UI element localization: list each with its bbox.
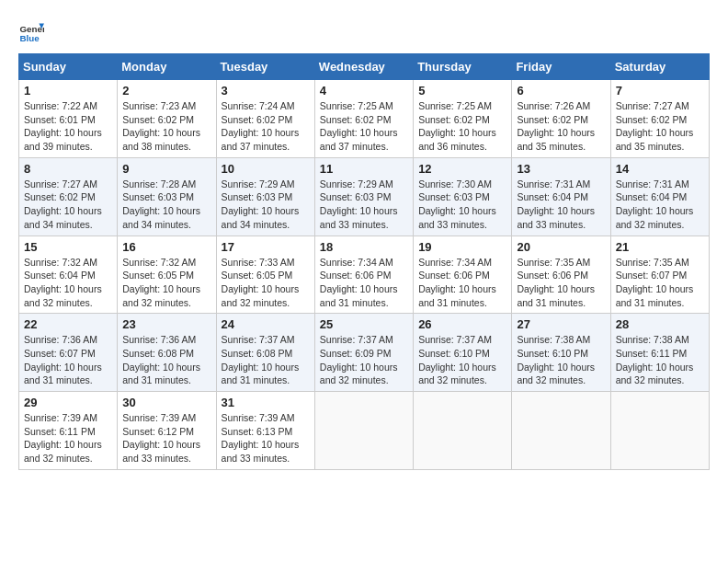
calendar-cell: 21Sunrise: 7:35 AMSunset: 6:07 PMDayligh… [610,236,709,314]
day-info: Sunrise: 7:39 AMSunset: 6:12 PMDaylight:… [122,411,210,465]
day-number: 12 [418,162,506,176]
day-info: Sunrise: 7:35 AMSunset: 6:06 PMDaylight:… [517,256,605,310]
calendar-cell: 14Sunrise: 7:31 AMSunset: 6:04 PMDayligh… [610,157,709,236]
calendar-cell: 7Sunrise: 7:27 AMSunset: 6:02 PMDaylight… [610,80,709,158]
calendar-cell: 30Sunrise: 7:39 AMSunset: 6:12 PMDayligh… [118,392,216,470]
calendar-cell: 13Sunrise: 7:31 AMSunset: 6:04 PMDayligh… [512,157,610,236]
day-info: Sunrise: 7:27 AMSunset: 6:02 PMDaylight:… [616,99,704,154]
day-number: 17 [222,240,310,254]
calendar-cell: 1Sunrise: 7:22 AMSunset: 6:01 PMDaylight… [19,80,118,158]
day-info: Sunrise: 7:32 AMSunset: 6:04 PMDaylight:… [24,256,112,310]
calendar-cell: 10Sunrise: 7:29 AMSunset: 6:03 PMDayligh… [216,157,314,236]
header-day-sunday: Sunday [19,54,118,80]
day-number: 3 [222,84,310,98]
day-info: Sunrise: 7:35 AMSunset: 6:07 PMDaylight:… [616,256,704,310]
day-number: 26 [418,317,506,331]
day-info: Sunrise: 7:38 AMSunset: 6:10 PMDaylight:… [517,333,605,387]
calendar-table: SundayMondayTuesdayWednesdayThursdayFrid… [18,53,710,470]
day-info: Sunrise: 7:26 AMSunset: 6:02 PMDaylight:… [517,99,605,154]
day-info: Sunrise: 7:24 AMSunset: 6:02 PMDaylight:… [222,99,310,154]
week-row-3: 15Sunrise: 7:32 AMSunset: 6:04 PMDayligh… [19,236,710,314]
week-row-5: 29Sunrise: 7:39 AMSunset: 6:11 PMDayligh… [19,392,710,470]
calendar-cell: 26Sunrise: 7:37 AMSunset: 6:10 PMDayligh… [414,314,512,392]
day-number: 25 [320,317,408,331]
day-number: 19 [418,240,506,254]
header-day-saturday: Saturday [610,54,709,80]
calendar-cell: 22Sunrise: 7:36 AMSunset: 6:07 PMDayligh… [19,314,118,392]
calendar-cell: 18Sunrise: 7:34 AMSunset: 6:06 PMDayligh… [314,236,413,314]
calendar-cell: 23Sunrise: 7:36 AMSunset: 6:08 PMDayligh… [118,314,216,392]
day-number: 15 [24,240,112,254]
day-number: 7 [616,84,704,98]
calendar-cell: 5Sunrise: 7:25 AMSunset: 6:02 PMDaylight… [414,80,512,158]
logo: General Blue [18,18,48,44]
calendar-cell: 29Sunrise: 7:39 AMSunset: 6:11 PMDayligh… [19,392,118,470]
svg-text:Blue: Blue [19,33,40,43]
calendar-cell: 27Sunrise: 7:38 AMSunset: 6:10 PMDayligh… [512,314,610,392]
day-number: 27 [517,317,605,331]
calendar-cell: 25Sunrise: 7:37 AMSunset: 6:09 PMDayligh… [314,314,413,392]
day-number: 30 [122,396,210,409]
calendar-cell: 31Sunrise: 7:39 AMSunset: 6:13 PMDayligh… [216,392,314,470]
week-row-1: 1Sunrise: 7:22 AMSunset: 6:01 PMDaylight… [19,80,710,158]
calendar-cell: 17Sunrise: 7:33 AMSunset: 6:05 PMDayligh… [216,236,314,314]
day-info: Sunrise: 7:39 AMSunset: 6:13 PMDaylight:… [222,411,310,465]
day-number: 23 [122,317,210,331]
day-number: 8 [24,162,112,176]
day-number: 1 [24,84,112,98]
calendar-cell: 15Sunrise: 7:32 AMSunset: 6:04 PMDayligh… [19,236,118,314]
day-info: Sunrise: 7:30 AMSunset: 6:03 PMDaylight:… [418,178,506,232]
header-day-monday: Monday [118,54,216,80]
day-info: Sunrise: 7:32 AMSunset: 6:05 PMDaylight:… [122,256,210,310]
day-number: 24 [222,317,310,331]
day-number: 14 [616,162,704,176]
day-number: 5 [418,84,506,98]
week-row-2: 8Sunrise: 7:27 AMSunset: 6:02 PMDaylight… [19,157,710,236]
calendar-cell: 28Sunrise: 7:38 AMSunset: 6:11 PMDayligh… [610,314,709,392]
day-number: 29 [24,396,112,409]
day-info: Sunrise: 7:27 AMSunset: 6:02 PMDaylight:… [24,178,112,232]
day-info: Sunrise: 7:36 AMSunset: 6:07 PMDaylight:… [24,333,112,387]
calendar-cell: 6Sunrise: 7:26 AMSunset: 6:02 PMDaylight… [512,80,610,158]
page-container: General Blue SundayMondayTuesdayWednesda… [18,18,710,470]
week-row-4: 22Sunrise: 7:36 AMSunset: 6:07 PMDayligh… [19,314,710,392]
header-day-wednesday: Wednesday [314,54,413,80]
day-info: Sunrise: 7:36 AMSunset: 6:08 PMDaylight:… [122,333,210,387]
day-info: Sunrise: 7:34 AMSunset: 6:06 PMDaylight:… [418,256,506,310]
day-number: 20 [517,240,605,254]
day-number: 11 [320,162,408,176]
logo-icon: General Blue [18,18,44,44]
day-info: Sunrise: 7:29 AMSunset: 6:03 PMDaylight:… [320,178,408,232]
day-info: Sunrise: 7:31 AMSunset: 6:04 PMDaylight:… [616,178,704,232]
calendar-cell: 24Sunrise: 7:37 AMSunset: 6:08 PMDayligh… [216,314,314,392]
day-number: 22 [24,317,112,331]
day-info: Sunrise: 7:38 AMSunset: 6:11 PMDaylight:… [616,333,704,387]
calendar-cell: 20Sunrise: 7:35 AMSunset: 6:06 PMDayligh… [512,236,610,314]
calendar-cell: 16Sunrise: 7:32 AMSunset: 6:05 PMDayligh… [118,236,216,314]
header-day-friday: Friday [512,54,610,80]
day-number: 2 [122,84,210,98]
day-info: Sunrise: 7:23 AMSunset: 6:02 PMDaylight:… [122,99,210,154]
day-info: Sunrise: 7:22 AMSunset: 6:01 PMDaylight:… [24,99,112,154]
day-number: 21 [616,240,704,254]
day-number: 10 [222,162,310,176]
calendar-cell: 19Sunrise: 7:34 AMSunset: 6:06 PMDayligh… [414,236,512,314]
calendar-cell [610,392,709,470]
day-number: 31 [222,396,310,409]
day-info: Sunrise: 7:39 AMSunset: 6:11 PMDaylight:… [24,411,112,465]
calendar-cell: 3Sunrise: 7:24 AMSunset: 6:02 PMDaylight… [216,80,314,158]
day-number: 18 [320,240,408,254]
header-row: SundayMondayTuesdayWednesdayThursdayFrid… [19,54,710,80]
calendar-cell: 12Sunrise: 7:30 AMSunset: 6:03 PMDayligh… [414,157,512,236]
day-info: Sunrise: 7:33 AMSunset: 6:05 PMDaylight:… [222,256,310,310]
day-number: 13 [517,162,605,176]
day-number: 16 [122,240,210,254]
day-info: Sunrise: 7:29 AMSunset: 6:03 PMDaylight:… [222,178,310,232]
calendar-cell [512,392,610,470]
day-info: Sunrise: 7:25 AMSunset: 6:02 PMDaylight:… [418,99,506,154]
calendar-cell [314,392,413,470]
day-info: Sunrise: 7:31 AMSunset: 6:04 PMDaylight:… [517,178,605,232]
day-number: 4 [320,84,408,98]
day-number: 6 [517,84,605,98]
calendar-cell [414,392,512,470]
